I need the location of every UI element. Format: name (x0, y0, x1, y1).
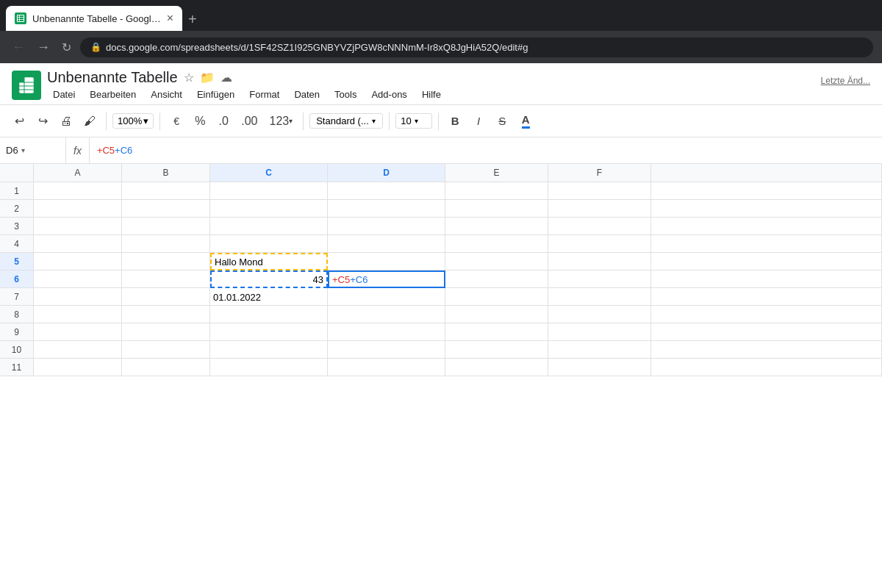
cell-C4[interactable] (210, 235, 328, 253)
menu-bearbeiten[interactable]: Bearbeiten (84, 87, 142, 101)
cell-E1[interactable] (445, 182, 548, 200)
undo-button[interactable]: ↩ (9, 111, 29, 131)
row-header-5[interactable]: 5 (0, 253, 34, 270)
underline-button[interactable]: A (515, 110, 536, 132)
cell-F2[interactable] (548, 200, 651, 218)
redo-button[interactable]: ↪ (32, 111, 53, 131)
cell-E7[interactable] (445, 288, 548, 306)
decimal2-button[interactable]: .00 (237, 112, 262, 131)
decimal1-button[interactable]: .0 (213, 112, 234, 131)
cell-B10[interactable] (122, 341, 210, 359)
cell-E11[interactable] (445, 359, 548, 376)
cell-D10[interactable] (328, 341, 445, 359)
font-format-select[interactable]: Standard (... ▾ (309, 113, 383, 129)
row-header-7[interactable]: 7 (0, 288, 34, 305)
cell-C8[interactable] (210, 306, 328, 323)
cell-D8[interactable] (328, 306, 445, 323)
star-icon[interactable]: ☆ (184, 71, 194, 85)
doc-title[interactable]: Unbenannte Tabelle (47, 69, 178, 86)
menu-hilfe[interactable]: Hilfe (416, 87, 447, 101)
cell-D6[interactable]: +C5+C6 (328, 270, 445, 288)
cell-B11[interactable] (122, 359, 210, 376)
menu-daten[interactable]: Daten (288, 87, 326, 101)
cell-C11[interactable] (210, 359, 328, 376)
cell-D5[interactable] (328, 253, 445, 270)
strikethrough-button[interactable]: S (492, 112, 512, 130)
menu-datei[interactable]: Datei (47, 87, 81, 101)
italic-button[interactable]: I (468, 112, 489, 130)
cell-A3[interactable] (34, 218, 122, 235)
cell-A7[interactable] (34, 288, 122, 306)
row-header-6[interactable]: 6 (0, 270, 34, 287)
row-header-3[interactable]: 3 (0, 218, 34, 234)
col-header-B[interactable]: B (122, 164, 210, 182)
cell-E4[interactable] (445, 235, 548, 253)
cell-C3[interactable] (210, 218, 328, 235)
cell-B5[interactable] (122, 253, 210, 270)
cell-C10[interactable] (210, 341, 328, 359)
cell-B1[interactable] (122, 182, 210, 200)
font-size-select[interactable]: 10 ▾ (395, 113, 432, 129)
cell-E9[interactable] (445, 323, 548, 341)
cell-C5[interactable]: Hallo Mond (210, 253, 328, 270)
refresh-button[interactable]: ↻ (59, 39, 74, 56)
cell-F3[interactable] (548, 218, 651, 235)
cell-A2[interactable] (34, 200, 122, 218)
cell-E6[interactable] (445, 270, 548, 288)
cell-F7[interactable] (548, 288, 651, 306)
forward-button[interactable]: → (34, 38, 53, 57)
cell-B8[interactable] (122, 306, 210, 323)
tab-close-button[interactable]: × (167, 12, 173, 25)
cell-A9[interactable] (34, 323, 122, 341)
row-header-2[interactable]: 2 (0, 200, 34, 217)
back-button[interactable]: ← (9, 38, 28, 57)
row-header-11[interactable]: 11 (0, 359, 34, 376)
percent-button[interactable]: % (190, 112, 210, 131)
cell-A10[interactable] (34, 341, 122, 359)
cell-F8[interactable] (548, 306, 651, 323)
cell-B4[interactable] (122, 235, 210, 253)
row-header-4[interactable]: 4 (0, 235, 34, 252)
cell-B9[interactable] (122, 323, 210, 341)
cell-F5[interactable] (548, 253, 651, 270)
cell-A5[interactable] (34, 253, 122, 270)
cell-F6[interactable] (548, 270, 651, 288)
cell-D3[interactable] (328, 218, 445, 235)
cell-A1[interactable] (34, 182, 122, 200)
cell-A4[interactable] (34, 235, 122, 253)
cell-E8[interactable] (445, 306, 548, 323)
cell-A11[interactable] (34, 359, 122, 376)
col-header-F[interactable]: F (548, 164, 651, 182)
cell-B2[interactable] (122, 200, 210, 218)
active-tab[interactable]: Unbenannte Tabelle - Google Tab × (6, 6, 182, 31)
cell-A6[interactable] (34, 270, 122, 288)
folder-icon[interactable]: 📁 (200, 71, 215, 85)
menu-addons[interactable]: Add-ons (365, 87, 412, 101)
cell-A8[interactable] (34, 306, 122, 323)
cell-D7[interactable] (328, 288, 445, 306)
cell-E10[interactable] (445, 341, 548, 359)
row-header-8[interactable]: 8 (0, 306, 34, 323)
formula-input[interactable]: +C5+C6 (90, 145, 882, 156)
last-edit-text[interactable]: Letzte Änd... (821, 76, 870, 86)
row-header-1[interactable]: 1 (0, 182, 34, 199)
cell-D1[interactable] (328, 182, 445, 200)
print-button[interactable]: 🖨 (56, 112, 76, 131)
cell-C7[interactable]: 01.01.2022 (210, 288, 328, 306)
paint-format-button[interactable]: 🖌 (79, 112, 100, 131)
cell-F1[interactable] (548, 182, 651, 200)
cell-C2[interactable] (210, 200, 328, 218)
col-header-D[interactable]: D (328, 164, 445, 182)
cell-B3[interactable] (122, 218, 210, 235)
col-header-E[interactable]: E (445, 164, 548, 182)
col-header-A[interactable]: A (34, 164, 122, 182)
row-header-10[interactable]: 10 (0, 341, 34, 358)
cell-D4[interactable] (328, 235, 445, 253)
cell-F10[interactable] (548, 341, 651, 359)
col-header-C[interactable]: C (210, 164, 328, 182)
cell-C6[interactable]: 43 (210, 270, 328, 288)
cell-F11[interactable] (548, 359, 651, 376)
currency-button[interactable]: € (166, 112, 187, 130)
menu-tools[interactable]: Tools (329, 87, 362, 101)
cell-B7[interactable] (122, 288, 210, 306)
